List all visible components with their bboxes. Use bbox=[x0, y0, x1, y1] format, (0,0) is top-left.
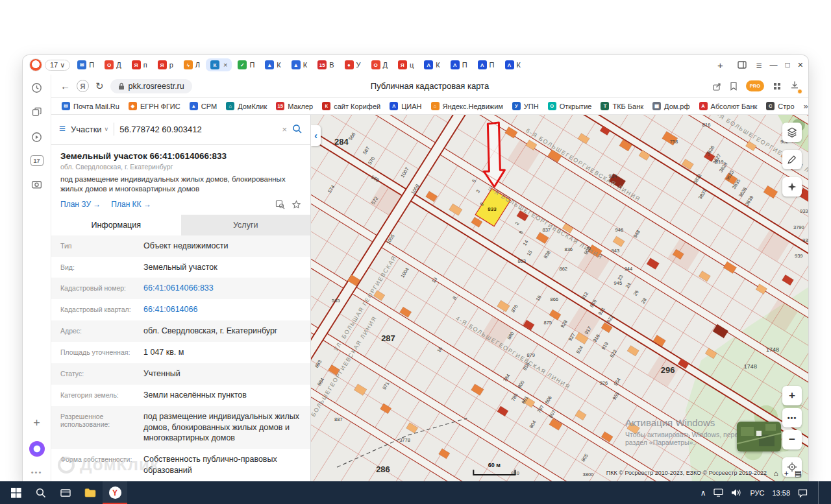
parcel-number-label: 585 bbox=[332, 298, 340, 304]
map-footer-print-icon[interactable]: ▤ bbox=[795, 469, 802, 478]
window-maximize-button[interactable]: □ bbox=[786, 60, 790, 69]
measure-button[interactable] bbox=[782, 150, 802, 169]
tab-favicon-icon: О bbox=[371, 60, 380, 69]
start-button[interactable] bbox=[4, 481, 29, 504]
alice-assistant-icon[interactable] bbox=[29, 441, 45, 457]
clock[interactable]: 13:58 bbox=[772, 489, 790, 497]
browser-tab[interactable]: Яп bbox=[127, 58, 152, 71]
bookmarks-overflow-chevron[interactable]: » bbox=[804, 101, 808, 111]
new-tab-button[interactable]: + bbox=[713, 60, 728, 71]
share-icon[interactable] bbox=[712, 82, 721, 91]
language-indicator[interactable]: РУС bbox=[750, 489, 764, 497]
browser-tab[interactable]: ОД bbox=[100, 58, 125, 71]
browser-tab[interactable]: ●У bbox=[340, 58, 366, 71]
reload-button[interactable]: ↻ bbox=[95, 80, 104, 92]
search-input[interactable] bbox=[119, 125, 277, 134]
menu-icon[interactable]: ≡ bbox=[756, 60, 762, 71]
more-options-icon[interactable]: ••• bbox=[31, 468, 43, 476]
play-icon[interactable] bbox=[31, 130, 43, 143]
yandex-browser-button[interactable]: Y bbox=[103, 481, 127, 504]
map-area[interactable]: 6-Я БОЛЬШЕГЕОРГИЕВСКАЯ ЛИНИЯ7-Я БОЛЬШЕГЕ… bbox=[311, 115, 808, 481]
bookmark-item[interactable]: ▦Дом.рф bbox=[652, 102, 689, 110]
minimap-thumbnail[interactable] bbox=[737, 422, 781, 451]
tab-favicon-icon: Λ bbox=[505, 60, 514, 69]
browser-tab[interactable]: Яц bbox=[393, 58, 418, 71]
bookmark-item[interactable]: ◆ЕГРН ФГИС bbox=[129, 102, 180, 110]
browser-tab[interactable]: Яр bbox=[153, 58, 178, 71]
sidebar-toggle-icon[interactable] bbox=[736, 58, 749, 71]
downloads-icon[interactable] bbox=[790, 80, 799, 92]
tab-services[interactable]: Услуги bbox=[181, 215, 311, 235]
file-explorer-button[interactable] bbox=[78, 481, 103, 504]
taskbar-search-button[interactable] bbox=[29, 481, 53, 504]
bookmark-item[interactable]: ООткрытие bbox=[548, 102, 592, 110]
orientation-button[interactable] bbox=[782, 177, 802, 197]
bookmark-item[interactable]: ▲CPM bbox=[190, 102, 217, 110]
star-icon[interactable] bbox=[291, 200, 301, 210]
back-button[interactable]: ← bbox=[60, 80, 70, 91]
window-minimize-button[interactable]: — bbox=[770, 60, 778, 69]
search-category-dropdown[interactable]: Участки ∨ bbox=[71, 125, 108, 134]
volume-icon[interactable] bbox=[731, 488, 742, 497]
bookmark-item[interactable]: 15Маклер bbox=[276, 102, 313, 110]
yandex-search-button[interactable]: Я bbox=[77, 80, 89, 92]
cadastral-link[interactable]: 66:41:0614066 bbox=[143, 304, 301, 315]
browser-tab[interactable]: ΛК bbox=[501, 58, 525, 71]
preview-area-icon[interactable] bbox=[275, 200, 285, 210]
layers-button[interactable] bbox=[782, 123, 802, 142]
bookmark-item[interactable]: ⌂ДомКлик bbox=[226, 102, 267, 110]
browser-tab[interactable]: К× bbox=[206, 58, 232, 71]
bookmark-flag-icon[interactable] bbox=[730, 82, 738, 91]
display-icon[interactable] bbox=[713, 488, 723, 497]
bookmark-item[interactable]: ААбсолют Банк bbox=[699, 102, 758, 110]
show-desktop-sliver[interactable] bbox=[818, 481, 821, 504]
browser-tab[interactable]: ϟЛ bbox=[179, 58, 205, 71]
profile-avatar[interactable] bbox=[29, 58, 42, 71]
panel-collapse-button[interactable]: ‹ bbox=[311, 125, 321, 146]
bookmark-item[interactable]: ССтро bbox=[766, 102, 794, 110]
windows-copy-icon[interactable] bbox=[31, 106, 43, 119]
collections-icon[interactable] bbox=[773, 82, 782, 91]
zoom-out-button[interactable]: − bbox=[782, 430, 802, 450]
task-view-button[interactable] bbox=[53, 481, 78, 504]
browser-tab[interactable]: ΛП bbox=[473, 58, 499, 71]
clear-search-icon[interactable]: × bbox=[282, 125, 287, 134]
plan-zu-link[interactable]: План ЗУ → bbox=[60, 200, 101, 209]
window-close-button[interactable]: × bbox=[798, 60, 803, 70]
zoom-more-button[interactable]: ••• bbox=[782, 408, 802, 427]
search-icon[interactable] bbox=[292, 124, 303, 134]
bookmark-item[interactable]: Ксайт Корифей bbox=[322, 102, 380, 110]
panel-menu-icon[interactable]: ≡ bbox=[59, 123, 66, 136]
bookmark-item[interactable]: УУПН bbox=[512, 102, 539, 110]
tab-counter[interactable]: 17 ∨ bbox=[45, 60, 70, 71]
plan-kk-link[interactable]: План КК → bbox=[111, 200, 151, 209]
bookmark-item[interactable]: ТТКБ Банк bbox=[601, 102, 643, 110]
yandex-browser-icon: Y bbox=[109, 486, 121, 499]
browser-tab[interactable]: ✓П bbox=[233, 58, 259, 71]
browser-tab[interactable]: ✉П bbox=[73, 58, 99, 71]
add-panel-icon[interactable]: + bbox=[31, 416, 43, 429]
cadastral-link[interactable]: 66:41:0614066:833 bbox=[143, 283, 301, 294]
map-footer-home-icon[interactable]: ⌂ bbox=[773, 469, 778, 478]
bookmark-item[interactable]: ΛЦИАН bbox=[390, 102, 421, 110]
browser-tab[interactable]: ΛП bbox=[446, 58, 472, 71]
zoom-in-button[interactable]: + bbox=[782, 386, 802, 405]
bookmark-item[interactable]: ✉Почта Mail.Ru bbox=[62, 102, 119, 110]
tab-close-icon[interactable]: × bbox=[223, 61, 227, 69]
url-chip[interactable]: pkk.rosreestr.ru bbox=[110, 79, 192, 93]
screenshot-icon[interactable] bbox=[31, 178, 43, 191]
pro-badge[interactable]: PRO bbox=[746, 80, 764, 91]
tab-information[interactable]: Информация bbox=[51, 215, 181, 235]
hidden-icons-chevron[interactable]: ∧ bbox=[701, 488, 706, 498]
browser-tab[interactable]: ОД bbox=[367, 58, 392, 71]
bookmark-item[interactable]: ⌂Яндекс.Недвижим bbox=[431, 102, 503, 110]
bookmark-label: Яндекс.Недвижим bbox=[443, 102, 503, 110]
browser-tab[interactable]: ΛК bbox=[419, 58, 444, 71]
notifications-icon[interactable] bbox=[798, 488, 808, 498]
tab-groups-counter[interactable]: 17 bbox=[31, 155, 43, 166]
browser-tab[interactable]: 15В bbox=[313, 58, 338, 71]
browser-tab[interactable]: ▲К bbox=[260, 58, 285, 71]
history-icon[interactable] bbox=[31, 81, 43, 94]
browser-tab[interactable]: ▲К bbox=[287, 58, 312, 71]
map-footer-add-icon[interactable]: + bbox=[784, 469, 789, 478]
